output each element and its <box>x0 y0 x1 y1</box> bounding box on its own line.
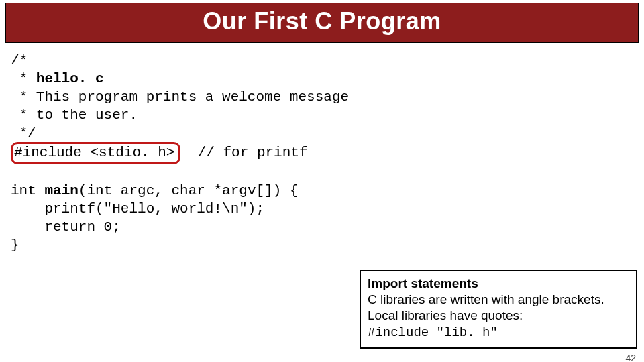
code-line-include: #include <stdio. h> // for printf <box>11 142 644 164</box>
slide-title: Our First C Program <box>6 7 638 36</box>
callout-code: #include "lib. h" <box>368 324 629 341</box>
code-line: */ <box>11 125 644 143</box>
callout-box: Import statements C libraries are writte… <box>360 270 637 349</box>
code-line: /* <box>11 52 644 70</box>
include-highlight: #include <stdio. h> <box>11 142 180 164</box>
callout-text: Local libraries have quotes: <box>368 308 629 324</box>
code-text: (int argc, char *argv[]) { <box>78 183 299 198</box>
code-line: * This program prints a welcome message <box>11 88 644 107</box>
slide: Our First C Program /* * hello. c * This… <box>0 3 644 362</box>
page-number: 42 <box>625 353 636 362</box>
callout-text: C libraries are written with angle brack… <box>368 292 629 308</box>
title-bar: Our First C Program <box>5 3 639 43</box>
callout-heading: Import statements <box>368 276 629 292</box>
code-line: return 0; <box>11 219 644 237</box>
include-box: #include <stdio. h> <box>11 142 180 164</box>
code-comment: // for printf <box>198 145 308 160</box>
code-text: int <box>11 183 44 198</box>
code-text: * <box>11 71 36 86</box>
code-filename: hello. c <box>36 71 104 86</box>
code-main: main <box>44 183 78 198</box>
code-line: printf("Hello, world!\n"); <box>11 200 644 219</box>
code-line: } <box>11 237 644 255</box>
code-line: * hello. c <box>11 70 644 88</box>
code-gap <box>180 145 197 160</box>
code-line: int main(int argc, char *argv[]) { <box>11 182 644 200</box>
code-block: /* * hello. c * This program prints a we… <box>0 43 644 255</box>
code-blank <box>11 164 644 182</box>
code-line: * to the user. <box>11 107 644 125</box>
